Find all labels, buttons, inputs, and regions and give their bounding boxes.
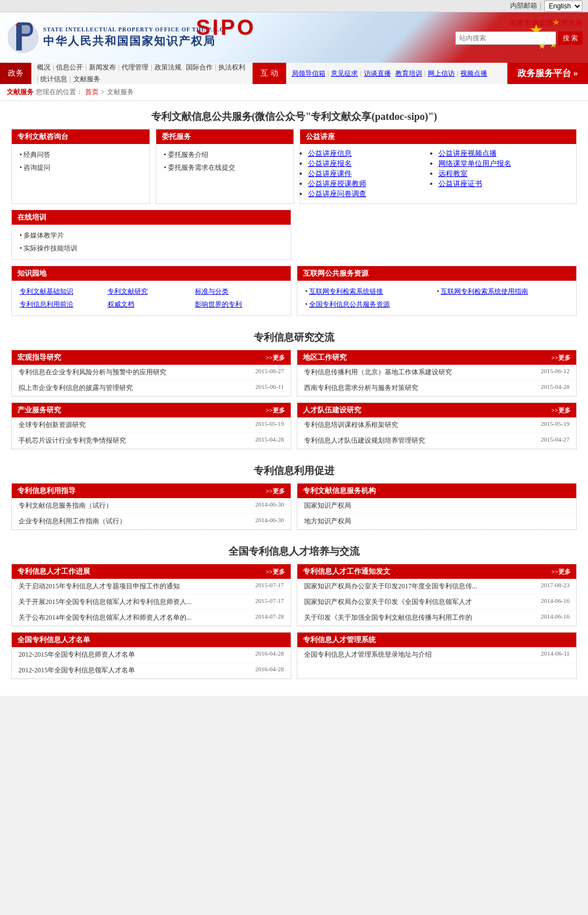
research-link-0-0[interactable]: 专利信息在企业专利风险分析与预警中的应用研究 (18, 368, 251, 377)
research-item-1-0: 国家知识产权局办公室关于印发2017年度全国专利信息传...2017-08-23 (297, 579, 576, 594)
list-item: 公益讲座课件 (308, 169, 438, 179)
logo-area[interactable]: STATE INTELLECTUAL PROPERTY OFFICE OF TH… (0, 20, 226, 56)
research-date-3-1: 2015-04-27 (541, 436, 570, 445)
nav-hudong[interactable]: 互 动 (253, 63, 286, 84)
list-item: 标准与分类 (195, 285, 283, 298)
breadcrumb-section: 文献服务 (7, 87, 34, 97)
research-header-0: 专利信息人才工作进展>>更多 (12, 564, 291, 579)
research-link-0-1[interactable]: 企业专利信息利用工作指南（试行） (18, 517, 251, 526)
more-link-0[interactable]: >>更多 (265, 568, 285, 576)
internal-mail-link[interactable]: 内部邮箱 (510, 1, 537, 11)
research-link-0-0[interactable]: 专利文献信息服务指南（试行） (18, 501, 251, 510)
research-item-0-0: 专利信息在企业专利风险分析与预警中的应用研究2015-08-27 (12, 365, 291, 380)
research-card-2: 产业服务研究>>更多全球专利创新资源研究2015-05-19手机芯片设计行业专利… (11, 402, 291, 449)
search-button[interactable]: 搜 索 (558, 31, 582, 45)
nav-zhengwu[interactable]: 政务 (0, 63, 31, 84)
research-link-1-1[interactable]: 国家知识产权局办公室关于印发《全国专利信息领军人才 (304, 597, 536, 607)
card-consultation: 专利文献咨询台 经典问答 咨询提问 (11, 129, 150, 204)
breadcrumb-home[interactable]: 首页 (85, 87, 99, 97)
research-link-1-1[interactable]: 西南专利信息需求分析与服务对策研究 (304, 383, 536, 393)
nav-link-policy[interactable]: 政策法规 (155, 63, 181, 72)
nav-education[interactable]: 教育培训 (395, 69, 422, 78)
nav-service[interactable]: 政务服务平台 » (507, 63, 588, 84)
research-link-1-0[interactable]: 国家知识产权局 (304, 501, 570, 510)
research-item-0-2: 关于公布2014年全国专利信息领军人才和师资人才名单的...2014-07-28 (12, 610, 291, 626)
gov-link[interactable]: 国家市场监督管理总局 (510, 18, 582, 28)
nav-link-agent[interactable]: 代理管理 (122, 63, 148, 72)
research-link-0-0[interactable]: 关于启动2015年专利信息人才专题项目申报工作的通知 (18, 582, 251, 591)
card-lectures-header: 公益讲座 (300, 129, 576, 144)
card-training-list: 多媒体教学片 实际操作技能培训 (20, 229, 283, 255)
research-card-1: 专利信息人才工作通知发文>>更多国家知识产权局办公室关于印发2017年度全国专利… (297, 564, 577, 626)
more-link-0[interactable]: >>更多 (265, 354, 285, 362)
research-date-1-0: 2015-06-12 (541, 368, 570, 377)
nav-link-docs[interactable]: 文献服务 (73, 75, 100, 84)
research-item-2-0: 2012-2015年全国专利信息师资人才名单2016-04-28 (12, 647, 291, 663)
research-card-1: 专利文献信息服务机构国家知识产权局地方知识产权局 (297, 483, 577, 530)
card-internet-body: • 互联网专利检索系统链接 • 全国专利信息公共服务资源 • 互联网专利检索系统… (297, 281, 576, 315)
search-input[interactable] (455, 31, 556, 45)
nav-link-gaik[interactable]: 概况 (37, 63, 50, 72)
breadcrumb: 文献服务 您现在的位置： 首页 > 文献服务 (0, 84, 588, 101)
nav-link-news[interactable]: 新闻发布 (89, 63, 116, 72)
nav-link-stats[interactable]: 统计信息 (40, 75, 67, 84)
research-header-1: 专利信息人才工作通知发文>>更多 (297, 564, 576, 579)
nav-hudong-links: 局领导信箱| 意见征求| 访谈直播 教育培训| 网上信访| 视频点播 (286, 63, 507, 84)
research-link-3-1[interactable]: 专利信息人才队伍建设规划培养管理研究 (304, 436, 536, 445)
research-link-3-0[interactable]: 全国专利信息人才管理系统登录地址与介绍 (304, 650, 536, 659)
research-link-0-1[interactable]: 关于开展2015年全国专利信息领军人才和专利信息师资人... (18, 597, 251, 607)
list-item: 专利文献基础知识 (20, 285, 108, 298)
list-item: • 互联网专利检索系统链接 (305, 285, 437, 298)
nav-link-intl[interactable]: 国际合作 (186, 63, 213, 72)
list-item: • 互联网专利检索系统使用指南 (437, 285, 568, 298)
nav-link-info[interactable]: 信息公开 (56, 63, 83, 72)
research-link-1-0[interactable]: 国家知识产权局办公室关于印发2017年度全国专利信息传... (304, 582, 536, 591)
more-link-1[interactable]: >>更多 (551, 354, 571, 362)
research-item-2-0: 全球专利创新资源研究2015-05-19 (12, 417, 291, 433)
more-link-2[interactable]: >>更多 (265, 406, 285, 415)
nav-leader-mail[interactable]: 局领导信箱 (292, 69, 325, 78)
research-link-2-1[interactable]: 手机芯片设计行业专利竞争情报研究 (18, 436, 251, 445)
research-date-0-1: 2015-06-11 (255, 383, 284, 393)
research-item-1-0: 国家知识产权局 (297, 498, 576, 514)
research-header-title-0: 专利信息人才工作进展 (17, 566, 90, 577)
sipo-title: SIPO (196, 16, 256, 40)
research-header-3: 人才队伍建设研究>>更多 (297, 403, 576, 417)
nav-opinion[interactable]: 意见征求 (331, 69, 358, 78)
more-link-1[interactable]: >>更多 (551, 568, 571, 576)
more-link-3[interactable]: >>更多 (551, 406, 571, 415)
section3-grid: 专利信息利用指导>>更多专利文献信息服务指南（试行）2014-06-30企业专利… (11, 483, 577, 530)
research-link-2-0[interactable]: 2012-2015年全国专利信息师资人才名单 (18, 650, 251, 659)
card-lectures: 公益讲座 公益讲座信息 公益讲座报名 公益讲座课件 公益讲座授课教师 公益讲座问… (300, 129, 577, 204)
research-link-0-2[interactable]: 关于公布2014年全国专利信息领军人才和师资人才名单的... (18, 613, 251, 623)
section3-title: 专利信息利用促进 (11, 455, 577, 483)
research-card-3: 人才队伍建设研究>>更多专利信息培训课程体系框架研究2015-05-19专利信息… (297, 402, 577, 449)
research-date-1-0: 2017-08-23 (541, 582, 570, 591)
research-card-0: 专利信息利用指导>>更多专利文献信息服务指南（试行）2014-06-30企业专利… (11, 483, 291, 530)
card-commission-list: 委托服务介绍 委托服务需求在线提交 (164, 148, 286, 174)
research-header-0: 宏观指导研究>>更多 (12, 350, 291, 365)
nav-video[interactable]: 视频点播 (460, 69, 487, 78)
research-item-1-1: 西南专利信息需求分析与服务对策研究2015-04-28 (297, 380, 576, 396)
language-select[interactable]: English 中文 (544, 1, 582, 12)
more-link-0[interactable]: >>更多 (265, 487, 285, 495)
research-link-1-0[interactable]: 专利信息传播利用（北京）基地工作体系建设研究 (304, 368, 536, 377)
card-consultation-list: 经典问答 咨询提问 (20, 148, 142, 174)
research-link-2-1[interactable]: 2012-2015年全国专利信息领军人才名单 (18, 666, 251, 675)
research-header-title-3: 专利信息人才管理系统 (303, 635, 376, 645)
card-knowledge-col3: 标准与分类 影响世界的专利 (195, 285, 283, 311)
research-link-1-2[interactable]: 关于印发《关于加强全国专利文献信息传播与利用工作的 (304, 613, 536, 623)
research-link-1-1[interactable]: 地方知识产权局 (304, 517, 570, 526)
research-date-2-0: 2015-05-19 (255, 420, 284, 430)
nav-interview[interactable]: 访谈直播 (364, 69, 391, 78)
research-item-0-1: 拟上市企业专利信息的披露与管理研究2015-06-11 (12, 380, 291, 396)
card-training-body: 多媒体教学片 实际操作技能培训 (12, 225, 291, 259)
research-header-2: 产业服务研究>>更多 (12, 403, 291, 417)
research-item-0-0: 专利文献信息服务指南（试行）2014-06-30 (12, 498, 291, 514)
research-link-3-0[interactable]: 专利信息培训课程体系框架研究 (304, 420, 536, 430)
research-link-0-1[interactable]: 拟上市企业专利信息的披露与管理研究 (18, 383, 251, 393)
research-link-2-0[interactable]: 全球专利创新资源研究 (18, 420, 251, 430)
nav-link-law[interactable]: 执法权利 (218, 63, 245, 72)
list-item: 委托服务需求在线提交 (164, 161, 286, 174)
nav-petition[interactable]: 网上信访 (428, 69, 455, 78)
